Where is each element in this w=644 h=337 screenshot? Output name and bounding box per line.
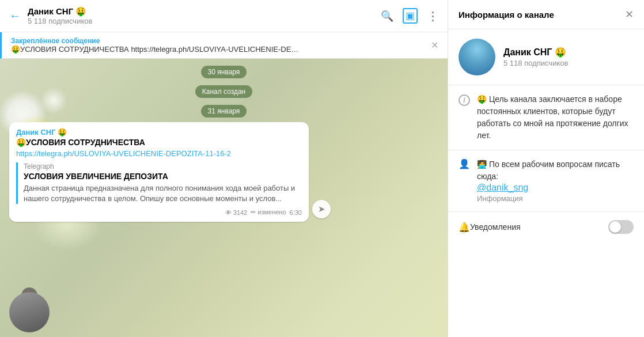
message-bubble: Даник СНГ 🤑 🤑УСЛОВИЯ СОТРУДНИЧЕСТВА http… <box>9 122 309 222</box>
back-button[interactable]: ← <box>9 9 21 22</box>
pinned-message-bar[interactable]: Закреплённое сообщение 🤑УСЛОВИЯ СОТРУДНИ… <box>0 32 448 59</box>
contact-row: 👤 🧑‍💻 По всем рабочим вопросам писать сю… <box>459 158 634 203</box>
system-message: Канал создан <box>0 85 448 98</box>
pinned-text: 🤑УСЛОВИЯ СОТРУДНИЧЕСТВА https://telegra.… <box>11 45 299 54</box>
pinned-content: Закреплённое сообщение 🤑УСЛОВИЯ СОТРУДНИ… <box>11 37 426 54</box>
channel-profile-info: Даник СНГ 🤑 5 118 подписчиков <box>503 47 568 67</box>
pinned-label: Закреплённое сообщение <box>11 37 426 45</box>
date-separator: 30 января <box>0 66 448 78</box>
message-views: 👁 3142 <box>225 209 247 216</box>
info-panel-header: Информация о канале ✕ <box>448 0 644 29</box>
header-actions: 🔍 ▣ ⋮ <box>381 8 438 24</box>
forward-button[interactable]: ➤ <box>312 200 331 218</box>
avatar-image <box>459 39 495 75</box>
date-separator-2: 31 января <box>0 105 448 118</box>
contact-intro-text: 🧑‍💻 По всем рабочим вопросам писать сюда… <box>477 158 634 183</box>
notifications-section: 🔔 Уведомления <box>448 212 644 242</box>
channel-profile-avatar <box>459 39 495 75</box>
description-section: i 🤑 Цель канала заключается в наборе пос… <box>448 85 644 150</box>
message-footer: 👁 3142 ✏ изменено 6:30 <box>16 209 302 216</box>
description-row: i 🤑 Цель канала заключается в наборе пос… <box>459 93 634 142</box>
message-sender: Даник СНГ 🤑 <box>16 128 302 137</box>
eye-icon: 👁 <box>225 209 232 216</box>
channel-profile: Даник СНГ 🤑 5 118 подписчиков <box>448 29 644 85</box>
profile-subscribers: 5 118 подписчиков <box>503 59 568 67</box>
views-count: 3142 <box>233 209 247 216</box>
bottom-area: 🔇 <box>0 279 448 337</box>
channel-info: Даник СНГ 🤑 5 118 подписчиков <box>28 6 381 25</box>
chat-area: 30 января Канал создан 31 января Даник С… <box>0 59 448 337</box>
notifications-toggle[interactable] <box>608 220 634 234</box>
close-pin-button[interactable]: ✕ <box>431 40 438 51</box>
bell-icon: 🔔 <box>459 222 470 233</box>
channel-avatar-bottom <box>9 292 50 332</box>
date-label: 30 января <box>201 66 247 78</box>
layout-icon[interactable]: ▣ <box>403 8 418 24</box>
forward-icon: ➤ <box>318 204 325 214</box>
telegraph-preview: Telegraph УСЛОВИЯ УВЕЛИЧЕНИЕ ДЕПОЗИТА Да… <box>16 162 302 204</box>
info-icon: i <box>459 94 470 106</box>
system-label: Канал создан <box>195 85 253 98</box>
telegraph-title: УСЛОВИЯ УВЕЛИЧЕНИЕ ДЕПОЗИТА <box>24 172 302 181</box>
telegraph-source: Telegraph <box>24 162 302 171</box>
edited-flag: ✏ изменено <box>251 209 286 216</box>
info-panel: Информация о канале ✕ Даник СНГ 🤑 5 118 … <box>448 0 644 337</box>
date-label-2: 31 января <box>201 105 247 118</box>
notifications-label: Уведомления <box>470 222 608 232</box>
contact-username[interactable]: @danik_sng <box>477 183 634 193</box>
contact-info-label: Информация <box>477 194 523 203</box>
contact-section: 👤 🧑‍💻 По всем рабочим вопросам писать сю… <box>448 150 644 212</box>
chat-panel: ← Даник СНГ 🤑 5 118 подписчиков 🔍 ▣ ⋮ За… <box>0 0 448 337</box>
message-title: 🤑УСЛОВИЯ СОТРУДНИЧЕСТВА <box>16 138 302 147</box>
message-container: Даник СНГ 🤑 🤑УСЛОВИЯ СОТРУДНИЧЕСТВА http… <box>0 122 448 226</box>
profile-channel-name: Даник СНГ 🤑 <box>503 47 568 58</box>
person-icon: 👤 <box>459 158 470 169</box>
contact-info: 🧑‍💻 По всем рабочим вопросам писать сюда… <box>477 158 634 203</box>
header-channel-name: Даник СНГ 🤑 <box>28 6 381 17</box>
telegraph-description: Данная страница предназначена для полног… <box>24 183 302 204</box>
message-link[interactable]: https://telegra.ph/USLOVIYA-UVELICHENIE-… <box>16 149 302 158</box>
more-icon[interactable]: ⋮ <box>427 9 438 23</box>
channel-description: 🤑 Цель канала заключается в наборе посто… <box>477 93 634 142</box>
search-icon[interactable]: 🔍 <box>381 10 393 22</box>
chat-header: ← Даник СНГ 🤑 5 118 подписчиков 🔍 ▣ ⋮ <box>0 0 448 32</box>
close-info-panel-button[interactable]: ✕ <box>625 8 634 21</box>
toggle-thumb <box>609 221 621 233</box>
message-time: 6:30 <box>290 209 302 216</box>
header-subscribers: 5 118 подписчиков <box>28 17 381 25</box>
info-panel-title: Информация о канале <box>459 10 554 20</box>
